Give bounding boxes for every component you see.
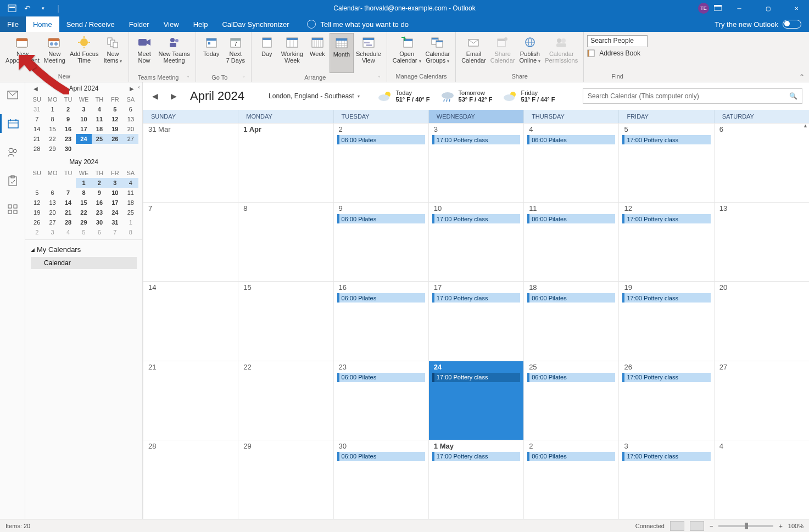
maximize-button[interactable]: ▢ [755, 0, 780, 16]
qat-window-icon[interactable] [5, 2, 19, 15]
day-cell[interactable]: 28 [143, 440, 238, 519]
day-cell[interactable]: 1 May17:00 Pottery class [428, 440, 523, 519]
close-button[interactable]: ✕ [784, 0, 809, 16]
day-cell[interactable]: 29 [238, 440, 333, 519]
day-cell[interactable]: 8 [238, 203, 333, 281]
month-grid[interactable]: ▲31 Mar1 Apr206:00 Pilates317:00 Pottery… [143, 123, 809, 519]
mini-day[interactable]: 16 [92, 198, 107, 208]
event[interactable]: 17:00 Pottery class [622, 135, 710, 144]
day-cell[interactable]: 317:00 Pottery class [428, 124, 523, 202]
mini-day[interactable]: 13 [44, 198, 60, 208]
collapse-ribbon-icon[interactable]: ⌃ [799, 73, 805, 81]
mini-day[interactable]: 6 [123, 104, 138, 114]
mini-month-april[interactable]: ◀April 2024▶SUMOTUWETHFRSA31123456789101… [25, 82, 142, 156]
schedule-view-button[interactable]: Schedule View [354, 33, 383, 73]
event[interactable]: 06:00 Pilates [527, 373, 615, 382]
day-cell[interactable]: 1217:00 Pottery class [618, 203, 713, 281]
tab-file[interactable]: File [0, 16, 26, 32]
day-cell[interactable]: 2306:00 Pilates [333, 361, 428, 440]
mini-day[interactable]: 8 [44, 114, 60, 124]
day-cell[interactable]: 15 [238, 282, 333, 360]
month-button[interactable]: Month [330, 33, 354, 73]
mini-day[interactable]: 5 [107, 104, 122, 114]
mail-rail-button[interactable] [0, 86, 25, 104]
mini-day[interactable]: 26 [107, 134, 122, 144]
mini-day[interactable]: 31 [107, 217, 122, 227]
mini-day[interactable]: 17 [107, 198, 122, 208]
event[interactable]: 17:00 Pottery class [622, 373, 710, 382]
mini-day[interactable]: 1 [123, 217, 138, 227]
day-cell[interactable]: 31 Mar [143, 124, 238, 202]
reading-view-button[interactable] [690, 521, 704, 531]
event[interactable]: 06:00 Pilates [527, 293, 615, 303]
day-cell[interactable]: 6 [714, 124, 809, 202]
event[interactable]: 06:00 Pilates [337, 452, 425, 461]
zoom-in-icon[interactable]: + [779, 523, 782, 529]
new-items-button[interactable]: New Items ▾ [101, 33, 125, 73]
minimize-button[interactable]: ─ [727, 0, 752, 16]
mini-day[interactable]: 2 [29, 227, 44, 237]
tasks-rail-button[interactable] [0, 171, 25, 190]
mini-day[interactable]: 3 [44, 227, 60, 237]
next7days-button[interactable]: 7Next 7 Days [224, 33, 248, 73]
day-cell[interactable]: 21 [143, 361, 238, 440]
workweek-button[interactable]: Working Week [279, 33, 305, 73]
day-cell[interactable]: 13 [714, 203, 809, 281]
mini-day[interactable]: 27 [44, 217, 60, 227]
mini-day[interactable]: 24 [107, 208, 122, 217]
mini-day[interactable]: 15 [44, 124, 60, 134]
event[interactable]: 06:00 Pilates [337, 293, 425, 303]
mini-day[interactable]: 11 [123, 188, 138, 198]
mini-day[interactable]: 3 [76, 104, 91, 114]
mini-day[interactable]: 3 [107, 178, 122, 188]
day-cell[interactable]: 22 [238, 361, 333, 440]
mini-day[interactable]: 30 [60, 144, 76, 154]
event[interactable]: 17:00 Pottery class [432, 293, 520, 303]
mini-month-may[interactable]: May 2024SUMOTUWETHFRSA123456789101112131… [25, 156, 142, 239]
mini-day[interactable] [60, 178, 76, 188]
prev-mini-month[interactable]: ◀ [32, 86, 39, 92]
zoom-out-icon[interactable]: − [710, 523, 713, 529]
undo-icon[interactable]: ↶ [21, 2, 34, 15]
search-people-input[interactable]: Search People [587, 35, 648, 47]
event[interactable]: 06:00 Pilates [527, 452, 615, 461]
day-cell[interactable]: 206:00 Pilates [333, 124, 428, 202]
today-button[interactable]: Today [199, 33, 224, 73]
mini-day[interactable]: 6 [92, 227, 107, 237]
mini-day[interactable]: 2 [60, 104, 76, 114]
mini-day[interactable]: 13 [123, 114, 138, 124]
day-cell[interactable]: 1017:00 Pottery class [428, 203, 523, 281]
mini-day[interactable]: 19 [29, 208, 44, 217]
day-button[interactable]: Day [255, 33, 279, 73]
tab-send-receive[interactable]: Send / Receive [59, 16, 122, 32]
day-cell[interactable]: 2417:00 Pottery class [428, 361, 523, 440]
tab-home[interactable]: Home [26, 16, 59, 32]
new-meeting-button[interactable]: New Meeting [42, 33, 68, 73]
mini-day[interactable]: 18 [92, 124, 107, 134]
mini-day[interactable] [107, 144, 122, 154]
zoom-slider[interactable] [718, 525, 773, 527]
day-cell[interactable]: 1606:00 Pilates [333, 282, 428, 360]
weather-location[interactable]: London, England - Southeast▾ [269, 92, 359, 100]
tell-me[interactable]: Tell me what you want to do [307, 16, 408, 32]
mini-day[interactable]: 4 [92, 104, 107, 114]
day-cell[interactable]: 20 [714, 282, 809, 360]
event[interactable]: 17:00 Pottery class [432, 214, 520, 223]
mini-day[interactable]: 12 [107, 114, 122, 124]
mini-day[interactable]: 26 [29, 217, 44, 227]
dialog-launcher-icon[interactable]: ▫ [240, 74, 248, 81]
event[interactable]: 17:00 Pottery class [622, 214, 710, 223]
mini-day[interactable]: 20 [44, 208, 60, 217]
mini-day[interactable]: 31 [29, 104, 44, 114]
mini-day[interactable]: 25 [123, 208, 138, 217]
tab-help[interactable]: Help [186, 16, 215, 32]
mini-day[interactable]: 16 [60, 124, 76, 134]
day-cell[interactable]: 1917:00 Pottery class [618, 282, 713, 360]
calendar-groups-button[interactable]: Calendar Groups ▾ [423, 33, 453, 73]
event[interactable]: 17:00 Pottery class [622, 452, 710, 461]
mini-day[interactable] [92, 144, 107, 154]
event[interactable]: 06:00 Pilates [337, 373, 425, 382]
mini-day[interactable]: 21 [60, 208, 76, 217]
mini-day[interactable]: 22 [76, 208, 91, 217]
tab-caldav[interactable]: CalDav Synchronizer [215, 16, 296, 32]
